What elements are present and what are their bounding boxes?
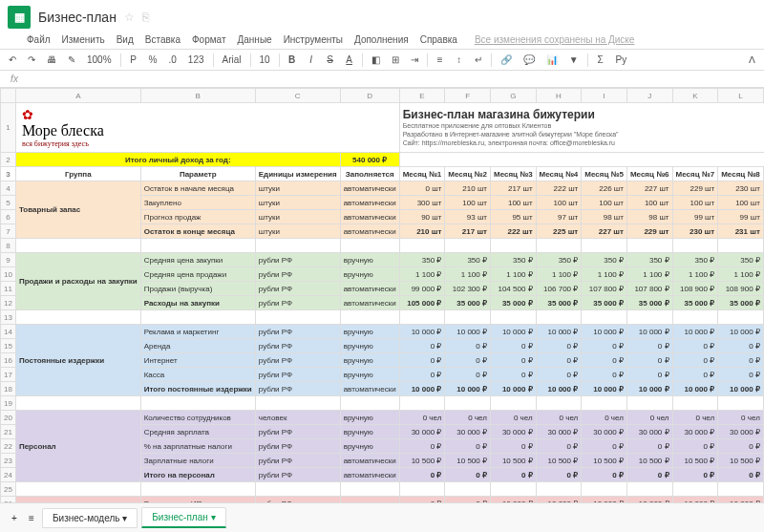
paint-format-button[interactable]: ✎ xyxy=(65,53,78,67)
strike-button[interactable]: S xyxy=(324,53,337,67)
format-more-button[interactable]: 123 xyxy=(185,53,207,67)
redo-button[interactable]: ↷ xyxy=(25,53,38,67)
add-sheet-button[interactable]: + xyxy=(8,511,21,525)
menu-Инструменты[interactable]: Инструменты xyxy=(284,34,343,45)
collapse-button[interactable]: ᐱ xyxy=(745,53,758,67)
menu-Справка[interactable]: Справка xyxy=(420,34,457,45)
menu-Вставка[interactable]: Вставка xyxy=(145,34,180,45)
undo-button[interactable]: ↶ xyxy=(6,53,19,67)
zoom-select[interactable]: 100% xyxy=(84,53,115,67)
fx-label: fx xyxy=(0,74,29,84)
logo: ✿Море блескався бижутерия здесь xyxy=(15,103,399,153)
halign-button[interactable]: ≡ xyxy=(434,53,447,67)
functions-button[interactable]: Σ xyxy=(594,53,607,67)
doc-title[interactable]: Бизнес-план xyxy=(38,10,117,25)
menu-Вид[interactable]: Вид xyxy=(117,34,134,45)
star-icon[interactable]: ☆ xyxy=(124,11,135,24)
formula-input[interactable] xyxy=(29,74,764,84)
font-size-select[interactable]: 10 xyxy=(257,53,273,67)
menu-Дополнения[interactable]: Дополнения xyxy=(354,34,409,45)
currency-button[interactable]: Р xyxy=(127,53,140,67)
font-select[interactable]: Arial xyxy=(220,53,244,67)
valign-button[interactable]: ↕ xyxy=(453,53,466,67)
borders-button[interactable]: ⊞ xyxy=(389,53,402,67)
save-status: Все изменения сохранены на Диске xyxy=(475,34,635,45)
merge-button[interactable]: ⇥ xyxy=(408,53,421,67)
filter-button[interactable]: ▼ xyxy=(566,53,582,67)
menu-Данные[interactable]: Данные xyxy=(238,34,272,45)
spreadsheet-grid[interactable]: ABCDEFGHIJKLM1✿Море блескався бижутерия … xyxy=(0,88,764,508)
menu-Файл[interactable]: Файл xyxy=(27,34,51,45)
more-button[interactable]: Ру xyxy=(613,53,630,67)
wrap-button[interactable]: ↵ xyxy=(472,53,485,67)
chart-button[interactable]: 📊 xyxy=(543,53,561,67)
print-button[interactable]: 🖶 xyxy=(44,53,59,67)
tab-business-model[interactable]: Бизнес-модель ▾ xyxy=(42,508,138,528)
italic-button[interactable]: I xyxy=(305,53,318,67)
comment-button[interactable]: 💬 xyxy=(520,53,538,67)
text-color-button[interactable]: A xyxy=(343,53,356,67)
bold-button[interactable]: B xyxy=(286,53,299,67)
sheets-icon[interactable]: ▦ xyxy=(8,6,31,29)
link-button[interactable]: 🔗 xyxy=(498,53,515,67)
plan-header: Бизнес-план магазина бижутерииБесплатное… xyxy=(399,103,764,153)
percent-button[interactable]: % xyxy=(146,53,160,67)
menu-Изменить[interactable]: Изменить xyxy=(62,34,105,45)
menu-Формат[interactable]: Формат xyxy=(192,34,226,45)
all-sheets-button[interactable]: ≡ xyxy=(25,511,38,525)
fill-color-button[interactable]: ◧ xyxy=(369,53,383,67)
decimal-button[interactable]: .0 xyxy=(165,53,179,67)
tab-business-plan[interactable]: Бизнес-план ▾ xyxy=(141,507,225,528)
folder-icon[interactable]: ⎘ xyxy=(142,11,149,24)
